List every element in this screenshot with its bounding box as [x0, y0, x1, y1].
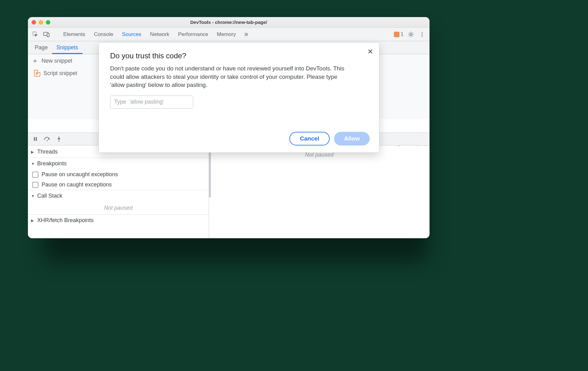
tab-elements[interactable]: Elements	[60, 28, 89, 41]
section-xhr[interactable]: ▶ XHR/fetch Breakpoints	[28, 215, 209, 226]
svg-point-9	[47, 140, 48, 141]
svg-rect-7	[34, 137, 35, 141]
window-zoom-button[interactable]	[46, 20, 50, 25]
warning-count-value: 1	[401, 32, 403, 37]
right-not-paused: Not paused	[209, 152, 430, 158]
tab-console[interactable]: Console	[90, 28, 117, 41]
snippet-item-label: Script snippet	[43, 70, 77, 77]
tab-performance[interactable]: Performance	[174, 28, 212, 41]
gear-icon[interactable]	[406, 29, 416, 39]
dialog-actions: Cancel Allow	[289, 132, 370, 145]
trust-code-dialog: Do you trust this code? Don't paste code…	[99, 42, 379, 153]
threads-label: Threads	[37, 149, 58, 155]
checkbox-unchecked-icon[interactable]	[32, 182, 38, 188]
pause-uncaught-row[interactable]: Pause on uncaught exceptions	[28, 169, 209, 180]
tab-sources[interactable]: Sources	[118, 28, 145, 41]
window-close-button[interactable]	[32, 20, 36, 25]
chevron-down-icon: ▼	[31, 194, 35, 198]
xhr-label: XHR/fetch Breakpoints	[37, 217, 94, 224]
debugger-right-pane: Not paused	[209, 146, 430, 238]
svg-point-4	[422, 32, 423, 33]
kebab-icon[interactable]	[417, 29, 427, 39]
pause-caught-row[interactable]: Pause on caught exceptions	[28, 180, 209, 190]
callstack-label: Call Stack	[37, 193, 62, 199]
snippet-file-icon	[34, 70, 40, 77]
allow-pasting-input[interactable]	[110, 96, 193, 109]
svg-point-10	[58, 141, 59, 141]
device-mode-icon[interactable]	[42, 29, 51, 39]
inspect-icon[interactable]	[30, 29, 40, 39]
chevron-down-icon: ▼	[31, 162, 35, 166]
checkbox-unchecked-icon[interactable]	[32, 172, 38, 178]
svg-rect-2	[47, 33, 49, 37]
debugger-panes: ▶ Threads ▼ Breakpoints Pause on uncaugh…	[28, 146, 430, 238]
section-callstack: ▼ Call Stack Not paused	[28, 190, 209, 215]
new-snippet-label: New snippet	[42, 58, 72, 64]
plus-icon: ＋	[32, 57, 38, 64]
step-over-icon[interactable]	[42, 134, 52, 144]
window-title: DevTools - chrome://new-tab-page/	[28, 20, 430, 25]
svg-point-6	[422, 35, 423, 36]
pause-icon[interactable]	[30, 134, 40, 144]
close-icon[interactable]	[366, 47, 375, 56]
pause-caught-label: Pause on caught exceptions	[42, 181, 112, 188]
warning-count[interactable]: 1	[394, 32, 403, 37]
dialog-title: Do you trust this code?	[110, 51, 368, 60]
callstack-not-paused: Not paused	[28, 202, 209, 214]
step-into-icon[interactable]	[54, 134, 64, 144]
subtab-page[interactable]: Page	[30, 42, 52, 54]
tab-memory[interactable]: Memory	[213, 28, 239, 41]
svg-point-3	[410, 34, 412, 35]
titlebar: DevTools - chrome://new-tab-page/	[28, 17, 430, 28]
breakpoints-label: Breakpoints	[37, 160, 67, 167]
svg-point-5	[422, 34, 423, 35]
dialog-body: Don't paste code you do not understand o…	[110, 65, 346, 89]
subtab-snippets[interactable]: Snippets	[52, 42, 82, 54]
callstack-header[interactable]: ▼ Call Stack	[28, 190, 209, 202]
chevrons-right-icon[interactable]	[241, 29, 251, 39]
warning-icon	[394, 32, 399, 37]
chevron-right-icon: ▶	[31, 150, 35, 154]
breakpoints-header[interactable]: ▼ Breakpoints	[28, 158, 209, 169]
tab-network[interactable]: Network	[146, 28, 173, 41]
svg-rect-8	[36, 137, 37, 141]
traffic-lights	[32, 20, 50, 25]
window-minimize-button[interactable]	[39, 20, 43, 25]
debugger-left-pane: ▶ Threads ▼ Breakpoints Pause on uncaugh…	[28, 146, 209, 238]
section-breakpoints: ▼ Breakpoints Pause on uncaught exceptio…	[28, 158, 209, 190]
pause-uncaught-label: Pause on uncaught exceptions	[42, 171, 118, 178]
cancel-button[interactable]: Cancel	[289, 132, 330, 145]
devtools-window: DevTools - chrome://new-tab-page/ Elemen…	[28, 17, 430, 238]
chevron-right-icon: ▶	[31, 218, 35, 223]
allow-button[interactable]: Allow	[334, 132, 370, 145]
main-tabstrip: Elements Console Sources Network Perform…	[28, 28, 430, 41]
